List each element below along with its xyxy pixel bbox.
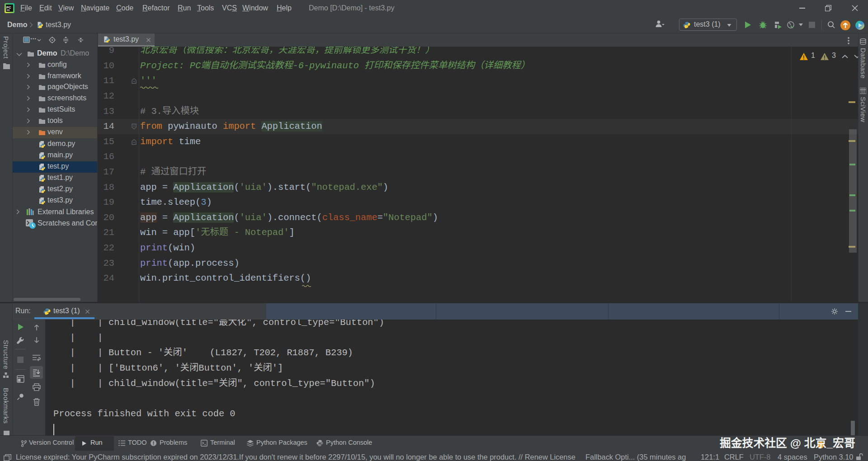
svg-text:PC: PC: [6, 5, 11, 9]
